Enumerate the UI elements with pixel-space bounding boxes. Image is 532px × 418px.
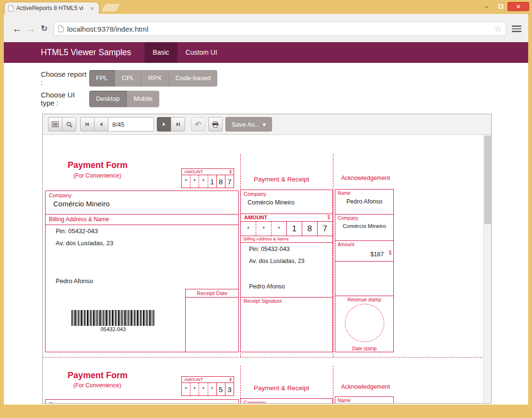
amount-box: AMOUNT $ * * * 1 8 7	[181, 168, 234, 188]
person-value: Pedro Afonso	[249, 283, 285, 290]
amount-digit: 8	[302, 222, 317, 236]
scrollbar-thumb[interactable]	[485, 136, 491, 224]
first-page-button[interactable]	[80, 117, 95, 131]
ui-option-mobile[interactable]: Mobile	[127, 91, 160, 107]
amount-label: AMOUNT	[184, 169, 203, 175]
payment-receipt-box: Company Comércio Mineiro AMOUNT $ * * * …	[240, 190, 333, 352]
back-button[interactable]: ←	[11, 22, 24, 36]
acknowledgement-title: Acknowledgement	[341, 175, 390, 181]
company-value: Comércio Mineiro	[46, 198, 238, 208]
undo-icon: ↶	[195, 120, 201, 129]
prev-page-button[interactable]	[94, 117, 108, 131]
amount-label: AMOUNT	[244, 215, 267, 221]
amount-value: $187	[370, 251, 384, 258]
browser-tab[interactable]: ActiveReports 8 HTML5 vi ×	[5, 2, 99, 14]
bookmark-star-icon[interactable]: ☆	[494, 24, 502, 34]
report-option-fpl[interactable]: FPL	[89, 70, 115, 86]
menu-icon[interactable]	[511, 24, 522, 33]
app-title: HTML5 Viewer Samples	[4, 42, 144, 63]
company-value: Comércio Mineiro	[335, 223, 393, 229]
app-header: HTML5 Viewer Samples Basic Custom UI	[4, 42, 528, 63]
amount-digit: 1	[286, 222, 302, 236]
reload-button[interactable]: ↻	[37, 22, 51, 36]
date-stamp-label: Date stamp	[335, 346, 393, 351]
viewer-toolbar: ↶ Save As... ▾	[43, 114, 491, 135]
amount-digit: *	[199, 383, 207, 395]
amount-digit: 3	[225, 383, 234, 395]
amount-digit: 5	[216, 383, 225, 395]
viewer-scrollbar[interactable]	[483, 135, 491, 403]
company-label: Company	[241, 190, 332, 197]
ui-option-desktop[interactable]: Desktop	[89, 91, 127, 107]
person-value: Pedro Afonso	[56, 277, 93, 285]
amount-box: AMOUNT $ * * * * 5 3	[181, 376, 234, 396]
report-option-rpx[interactable]: RPX	[142, 70, 169, 86]
url-text: localhost:9378/index.html	[67, 25, 148, 33]
close-button[interactable]: ×	[508, 2, 529, 11]
name-label: Name	[335, 397, 393, 403]
choose-report-label: Choose report :	[41, 70, 89, 86]
pin-value: Pin: 05432-043	[56, 227, 98, 235]
barcode-text: 05432-043	[71, 326, 155, 332]
pin-value: Pin: 05432-043	[249, 246, 290, 252]
currency-symbol: $	[229, 377, 232, 382]
amount-label: AMOUNT	[184, 377, 203, 382]
company-label: Company	[46, 191, 238, 198]
amount-digit: *	[182, 383, 190, 395]
caret-down-icon: ▾	[263, 121, 266, 128]
new-tab-button[interactable]	[101, 4, 120, 12]
address-bar[interactable]: localhost:9378/index.html ☆	[54, 22, 506, 36]
minimize-button[interactable]: –	[480, 2, 494, 11]
last-page-button[interactable]	[171, 117, 185, 131]
company-label: Company	[335, 215, 393, 221]
amount-digit: 7	[225, 175, 234, 188]
payment-form-title: Payment Form	[68, 370, 128, 381]
report-option-code-based[interactable]: Code-based	[169, 70, 218, 86]
forward-button[interactable]: →	[24, 22, 37, 36]
receipt-date-label: Receipt Date	[186, 289, 238, 298]
revenue-stamp-circle	[345, 304, 384, 342]
receipt-signature-label: Receipt Signature	[241, 297, 332, 352]
tab-basic[interactable]: Basic	[144, 42, 177, 63]
tear-line-vertical	[333, 154, 333, 357]
report-button-group: FPL CPL RPX Code-based	[89, 70, 217, 86]
next-page-icon	[161, 121, 167, 127]
acknowledgement-box: Name Pedro Afonso Company Comércio Minei…	[335, 189, 394, 352]
print-button[interactable]	[208, 117, 223, 131]
amount-digit: *	[256, 222, 271, 236]
tab-custom-ui[interactable]: Custom UI	[177, 42, 225, 63]
maximize-icon	[498, 4, 503, 9]
amount-digit: *	[190, 175, 199, 188]
next-page-button[interactable]	[157, 117, 171, 131]
acknowledgement-title: Acknowledgement	[341, 383, 390, 390]
payment-receipt-box: Company	[240, 398, 333, 403]
back-history-button[interactable]: ↶	[191, 117, 205, 131]
barcode	[71, 310, 155, 326]
tear-line-horizontal	[43, 357, 484, 358]
page-number-input[interactable]	[108, 117, 154, 131]
amount-digit: 1	[208, 175, 216, 188]
report-option-cpl[interactable]: CPL	[115, 70, 142, 86]
last-page-icon	[175, 121, 181, 127]
payment-form-title: Payment Form	[68, 160, 128, 170]
prev-page-icon	[98, 121, 104, 127]
revenue-stamp-label: Revenue stamp	[335, 296, 393, 302]
maximize-button[interactable]	[494, 2, 508, 11]
report-viewer: ↶ Save As... ▾	[42, 114, 492, 404]
search-button[interactable]	[62, 117, 76, 131]
currency-symbol: $	[389, 250, 391, 255]
save-as-button[interactable]: Save As... ▾	[225, 117, 272, 131]
company-value: Comércio Mineiro	[241, 197, 332, 206]
amount-digit: *	[182, 175, 190, 188]
receipt-date-box: Receipt Date	[185, 289, 239, 352]
page-icon	[58, 25, 64, 32]
page-favicon-icon	[8, 5, 14, 12]
amount-digit: *	[241, 222, 256, 236]
tab-close-icon[interactable]: ×	[89, 5, 95, 12]
toc-button[interactable]	[48, 117, 62, 131]
save-as-label: Save As...	[232, 121, 260, 128]
window-controls: – ×	[480, 2, 529, 11]
close-icon: ×	[517, 3, 520, 10]
payment-receipt-title: Payment & Receipt	[254, 384, 309, 392]
company-label: Company	[46, 400, 238, 403]
